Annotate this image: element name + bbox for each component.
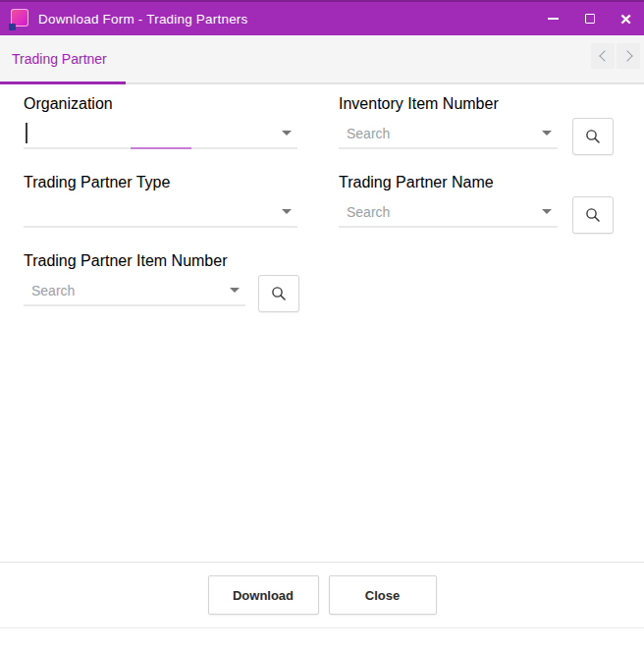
chevron-down-icon[interactable]: [282, 131, 292, 135]
tab-label: Trading Partner: [12, 51, 107, 67]
trading-partner-type-label: Trading Partner Type: [24, 174, 170, 191]
titlebar[interactable]: Download Form - Trading Partners ✕: [0, 0, 644, 35]
chevron-down-icon[interactable]: [282, 209, 292, 214]
footer-action-bar: Download Close: [0, 562, 644, 627]
inventory-item-number-input[interactable]: [339, 122, 534, 145]
trading-partner-type-combobox[interactable]: [24, 198, 297, 228]
search-icon: [585, 207, 601, 223]
trading-partner-item-number-combobox[interactable]: [24, 277, 245, 306]
minimize-icon: [548, 18, 559, 20]
inventory-item-number-combobox[interactable]: [339, 120, 558, 149]
form-content: Organization Inventory Item Number Tradi…: [0, 84, 644, 562]
window-title: Download Form - Trading Partners: [38, 12, 247, 27]
field-underline: [339, 226, 558, 228]
tab-scroll-nav: [591, 43, 642, 69]
chevron-down-icon[interactable]: [542, 209, 552, 214]
field-underline: [24, 226, 297, 228]
minimize-button[interactable]: [535, 2, 571, 35]
tab-trading-partner[interactable]: Trading Partner: [0, 35, 121, 82]
search-icon: [585, 129, 601, 144]
tab-bar: Trading Partner: [0, 35, 644, 84]
maximize-icon: [585, 14, 595, 24]
chevron-down-icon[interactable]: [230, 288, 240, 293]
trading-partner-name-label: Trading Partner Name: [339, 174, 494, 191]
app-logo-icon: [9, 9, 29, 29]
inventory-item-number-label: Inventory Item Number: [339, 95, 499, 113]
focus-underline: [131, 147, 191, 150]
close-dialog-button[interactable]: Close: [329, 575, 437, 615]
field-underline: [339, 147, 558, 149]
search-icon: [271, 286, 287, 301]
chevron-left-icon: [599, 50, 610, 61]
organization-input[interactable]: [24, 122, 274, 145]
tab-scroll-next-button[interactable]: [617, 43, 640, 69]
trading-partner-type-input[interactable]: [24, 200, 274, 224]
field-underline: [24, 304, 245, 306]
maximize-button[interactable]: [571, 2, 608, 35]
window-controls: ✕: [535, 2, 644, 35]
text-cursor: [26, 123, 27, 143]
organization-label: Organization: [24, 95, 113, 113]
status-strip: [0, 627, 644, 650]
chevron-right-icon: [621, 50, 632, 61]
tab-scroll-prev-button[interactable]: [591, 43, 615, 69]
trading-partner-item-number-search-button[interactable]: [258, 275, 299, 312]
chevron-down-icon[interactable]: [542, 131, 552, 135]
download-button[interactable]: Download: [208, 575, 319, 615]
inventory-item-number-search-button[interactable]: [572, 118, 614, 155]
trading-partner-item-number-input[interactable]: [24, 279, 222, 302]
organization-combobox[interactable]: [24, 120, 297, 149]
trading-partner-name-input[interactable]: [339, 200, 534, 224]
close-button[interactable]: ✕: [608, 2, 644, 35]
trading-partner-name-search-button[interactable]: [572, 196, 614, 234]
trading-partner-item-number-label: Trading Partner Item Number: [24, 252, 227, 270]
trading-partner-name-combobox[interactable]: [339, 198, 558, 228]
dialog-window: Download Form - Trading Partners ✕ Tradi…: [0, 0, 644, 650]
close-icon: ✕: [619, 12, 632, 27]
